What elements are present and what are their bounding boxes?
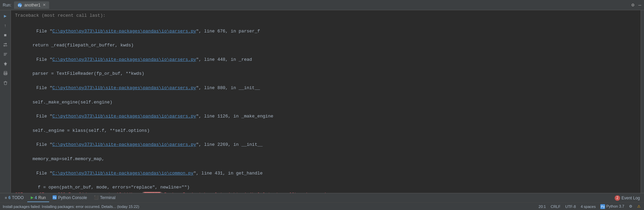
traceback-code-5: memory_map=self.memory_map, xyxy=(15,156,636,163)
minimize-icon[interactable]: — xyxy=(639,2,641,8)
tab-terminal[interactable]: ⬛ Terminal xyxy=(90,194,119,202)
indent-info[interactable]: 4 spaces xyxy=(581,205,596,209)
svg-text:Py: Py xyxy=(53,196,56,199)
status-right-items: 20:1 CRLF UTF-8 4 spaces PyPython 3.7 ⚙ … xyxy=(539,204,641,209)
right-scrollbar[interactable] xyxy=(641,10,644,193)
python-version-icon: Py xyxy=(600,204,605,209)
svg-point-9 xyxy=(6,73,7,74)
todo-label: TODO xyxy=(12,195,24,200)
left-toolbar: ▶ ↑ ■ xyxy=(0,10,11,193)
encoding[interactable]: UTF-8 xyxy=(565,205,576,209)
main-area: ▶ ↑ ■ xyxy=(0,10,644,193)
tab-python-console[interactable]: Py Python Console xyxy=(49,194,90,202)
run-tab[interactable]: Py another1 ✕ xyxy=(14,1,49,9)
todo-num: 6 xyxy=(8,195,11,200)
rerun-icon xyxy=(3,42,8,47)
rerun-button[interactable] xyxy=(2,41,9,48)
file-link-5[interactable]: C:\python\py373\lib\site-packages\pandas… xyxy=(52,142,196,147)
file-link-4[interactable]: C:\python\py373\lib\site-packages\pandas… xyxy=(52,114,196,119)
run-label: Run: xyxy=(3,3,11,8)
delete-icon xyxy=(3,81,8,85)
terminal-icon: ⬛ xyxy=(94,195,99,200)
settings-button[interactable]: ⚙ xyxy=(629,204,632,209)
terminal-label: Terminal xyxy=(100,195,115,200)
run-label: Run xyxy=(38,195,46,200)
python-icon: Py xyxy=(53,195,57,199)
python-console-icon: Py xyxy=(53,195,57,200)
traceback-line-1: File "C:\python\py373\lib\site-packages\… xyxy=(15,21,636,42)
traceback-line-2: File "C:\python\py373\lib\site-packages\… xyxy=(15,49,636,70)
run-tab-icon: ▶ xyxy=(31,195,33,200)
status-bar: Install packages failed: Installing pack… xyxy=(0,202,644,210)
traceback-code-6: f = open(path_or_buf, mode, errors="repl… xyxy=(15,184,636,191)
python-console-label: Python Console xyxy=(58,195,87,200)
traceback-code-3: self._make_engine(self.engine) xyxy=(15,99,636,106)
sort-button[interactable] xyxy=(2,51,9,58)
output-area[interactable]: Traceback (most recent call last): File … xyxy=(11,10,641,193)
tab-close-button[interactable]: ✕ xyxy=(43,3,46,7)
traceback-header: Traceback (most recent call last): xyxy=(15,12,636,19)
file-link-1[interactable]: C:\python\py373\lib\site-packages\pandas… xyxy=(52,29,196,34)
run-num: 4 xyxy=(35,195,37,200)
file-link-2[interactable]: C:\python\py373\lib\site-packages\pandas… xyxy=(52,57,196,62)
run-button[interactable]: ▶ xyxy=(2,12,9,20)
file-link-6[interactable]: C:\python\py373\lib\site-packages\pandas… xyxy=(52,171,193,176)
tab-todo[interactable]: ≡ 6 TODO xyxy=(1,194,27,202)
settings-icon[interactable]: ⚙ xyxy=(631,2,634,8)
status-message: Install packages failed: Installing pack… xyxy=(3,205,539,209)
svg-text:Py: Py xyxy=(18,4,22,7)
traceback-line-6: File "C:\python\py373\lib\site-packages\… xyxy=(15,163,636,184)
tab-run[interactable]: ▶ 4 Run xyxy=(27,194,49,202)
pin-button[interactable] xyxy=(2,60,9,68)
title-actions: ⚙ — xyxy=(631,2,641,8)
scroll-up-button[interactable]: ↑ xyxy=(2,22,9,29)
print-icon xyxy=(3,71,8,76)
cursor-position[interactable]: 20:1 xyxy=(539,205,546,209)
title-bar: Run: Py another1 ✕ ⚙ — xyxy=(0,0,644,10)
warning-icon: ⚠ xyxy=(637,204,641,208)
python-tab-icon: Py xyxy=(17,3,22,8)
traceback-code-2: parser = TextFileReader(fp_or_buf, **kwd… xyxy=(15,70,636,78)
traceback-line-4: File "C:\python\py373\lib\site-packages\… xyxy=(15,106,636,127)
traceback-line-5: File "C:\python\py373\lib\site-packages\… xyxy=(15,135,636,156)
event-log-button[interactable]: 2 Event Log xyxy=(612,194,643,202)
stop-button[interactable]: ■ xyxy=(2,31,9,39)
sort-icon xyxy=(3,52,8,57)
traceback-line-3: File "C:\python\py373\lib\site-packages\… xyxy=(15,78,636,99)
bottom-tabs-bar: ≡ 6 TODO ▶ 4 Run Py Python Console ⬛ Ter… xyxy=(0,193,644,202)
traceback-code-1: return _read(filepath_or_buffer, kwds) xyxy=(15,42,636,49)
delete-button[interactable] xyxy=(2,79,9,87)
todo-icon: ≡ xyxy=(5,196,7,200)
event-log-badge: 2 xyxy=(615,195,620,201)
pin-icon xyxy=(3,61,8,66)
traceback-code-4: self._engine = klass(self.f, **self.opti… xyxy=(15,127,636,135)
line-ending[interactable]: CRLF xyxy=(550,205,560,209)
event-log-label: Event Log xyxy=(621,196,640,200)
python-version[interactable]: PyPython 3.7 xyxy=(600,204,624,209)
file-link-3[interactable]: C:\python\py373\lib\site-packages\pandas… xyxy=(52,85,196,90)
print-button[interactable] xyxy=(2,70,9,77)
warning-button[interactable]: ⚠ xyxy=(637,204,641,209)
tab-name: another1 xyxy=(24,3,40,8)
svg-rect-8 xyxy=(4,74,6,75)
